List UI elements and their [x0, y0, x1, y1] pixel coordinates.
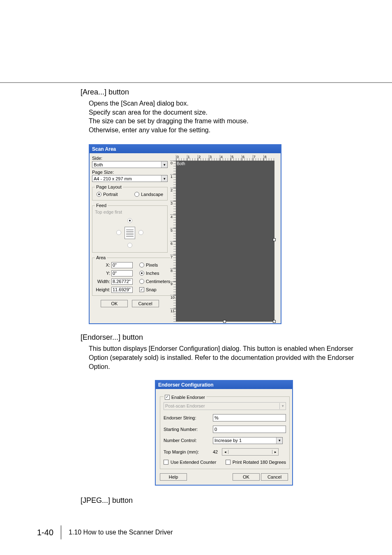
feed-group: Feed Top edge first	[92, 203, 168, 253]
header-rule	[0, 82, 392, 83]
area-body-line: Opens the [Scan Area] dialog box.	[89, 99, 367, 108]
print-rotated-label: Print Rotated 180 Degrees	[233, 460, 286, 465]
ruler-tick: 9	[171, 282, 173, 286]
top-margin-value: 42	[213, 449, 218, 454]
endorser-body-line: This button displays [Endorser Configura…	[89, 344, 367, 371]
feed-radio-left[interactable]	[116, 230, 121, 235]
number-control-select[interactable]: Increase by 1 ▾	[213, 437, 283, 444]
height-input[interactable]: 11.6929"	[111, 287, 133, 293]
width-label: Width:	[95, 279, 111, 284]
ruler-tick: 5	[171, 228, 173, 233]
radio-label: Centimeters	[146, 279, 170, 284]
scan-area-titlebar[interactable]: Scan Area	[90, 145, 281, 153]
feed-legend: Feed	[95, 203, 108, 208]
area-legend: Area	[95, 255, 107, 260]
scan-area-dialog: Scan Area Side: Both ▾ Page Size: A4 - 2…	[89, 144, 281, 324]
radio-icon	[134, 192, 139, 197]
radio-icon	[139, 263, 144, 267]
cancel-button[interactable]: Cancel	[132, 300, 159, 307]
page-footer: 1-40 1.10 How to use the Scanner Driver	[37, 525, 173, 539]
width-input[interactable]: 8.26772"	[111, 279, 133, 285]
dropdown-arrow-icon: ▾	[161, 175, 167, 182]
radio-icon	[97, 192, 101, 197]
slider-left-icon[interactable]: ◂	[222, 450, 228, 454]
cancel-button[interactable]: Cancel	[261, 473, 288, 481]
radio-icon	[139, 279, 144, 284]
ruler-tick: 2	[171, 188, 173, 192]
page-layout-legend: Page Layout	[95, 184, 123, 189]
area-body-line: Specify scan area for the document size.	[89, 108, 367, 117]
radio-label: Inches	[146, 271, 159, 276]
enable-endorser-label: Enable Endorser	[171, 395, 205, 400]
page-number: 1-40	[37, 528, 53, 537]
endorser-button-heading: [Endorser...] button	[81, 333, 367, 342]
resize-handle-corner[interactable]	[273, 320, 276, 323]
feed-radio-right[interactable]	[138, 230, 143, 235]
use-extended-counter-checkbox[interactable]	[164, 460, 168, 465]
area-button-body: Opens the [Scan Area] dialog box. Specif…	[89, 99, 367, 134]
number-control-value: Increase by 1	[214, 438, 242, 443]
jpeg-button-heading: [JPEG...] button	[81, 496, 367, 505]
scan-preview[interactable]: 0 1 2 3 4 5 6 7 8 0	[170, 155, 274, 322]
side-select-value: Both	[94, 162, 103, 167]
radio-label: Portrait	[103, 192, 118, 197]
radio-centimeters[interactable]: Centimeters	[139, 279, 171, 284]
feed-radio-top[interactable]	[127, 218, 132, 223]
resize-handle-right[interactable]	[273, 238, 276, 241]
preview-canvas[interactable]: Both	[176, 161, 274, 322]
y-input[interactable]: 0"	[111, 270, 133, 276]
footer-section-text: 1.10 How to use the Scanner Driver	[69, 529, 173, 536]
help-button[interactable]: Help	[160, 473, 187, 481]
feed-radio-bottom[interactable]	[127, 243, 132, 248]
checkbox-label: Snap	[146, 287, 157, 292]
ruler-tick: 0	[171, 161, 173, 165]
ruler-tick: 3	[171, 201, 173, 205]
ruler-tick: 8	[171, 269, 173, 273]
resize-handle-bottom[interactable]	[223, 320, 226, 323]
height-label: Height:	[95, 287, 111, 292]
area-body-line: Otherwise, enter any value for the setti…	[89, 126, 367, 135]
endorser-mode-select[interactable]: Post-scan Endorser ▾	[164, 402, 286, 410]
slider-right-icon[interactable]: ▸	[272, 450, 278, 454]
ruler-tick: 1	[171, 175, 173, 179]
starting-number-input[interactable]: 0	[213, 426, 286, 433]
radio-label: Pixels	[146, 263, 158, 267]
page-layout-group: Page Layout Portrait Landscape	[92, 184, 168, 200]
top-margin-slider[interactable]: ◂ ▸	[222, 448, 279, 456]
radio-inches[interactable]: Inches	[139, 271, 171, 276]
area-group: Area X: 0" Pixels Y: 0"	[92, 255, 173, 296]
x-input[interactable]: 0"	[111, 262, 133, 268]
endorser-button-body: This button displays [Endorser Configura…	[89, 344, 367, 371]
ruler-vertical: 0 1 2 3 4 5 6 7 8 9 10 1	[170, 161, 176, 322]
starting-number-label: Starting Number:	[164, 427, 213, 432]
enable-endorser-checkbox[interactable]	[165, 395, 170, 400]
print-rotated-checkbox[interactable]	[226, 460, 231, 465]
footer-divider	[61, 525, 61, 539]
dropdown-arrow-icon: ▾	[161, 161, 167, 168]
dropdown-arrow-icon: ▾	[279, 403, 286, 409]
endorser-string-input[interactable]: %	[213, 414, 286, 421]
use-extended-counter-label: Use Extended Counter	[171, 460, 216, 465]
top-margin-label: Top Margin (mm):	[164, 449, 213, 454]
page-size-value: A4 - 210 x 297 mm	[94, 176, 132, 181]
feed-subtitle: Top edge first	[95, 210, 165, 214]
ok-button[interactable]: OK	[101, 300, 128, 307]
page-size-select[interactable]: A4 - 210 x 297 mm ▾	[92, 175, 168, 182]
endorser-titlebar[interactable]: Endorser Configuration	[156, 381, 292, 389]
snap-checkbox[interactable]: Snap	[139, 287, 171, 292]
page-size-label: Page Size:	[92, 170, 168, 175]
endorser-string-label: Endorser String:	[164, 415, 213, 420]
ok-button[interactable]: OK	[233, 473, 260, 481]
radio-portrait[interactable]: Portrait	[97, 192, 118, 197]
ruler-horizontal: 0 1 2 3 4 5 6 7 8	[176, 155, 274, 161]
radio-icon	[139, 271, 144, 276]
radio-landscape[interactable]: Landscape	[134, 192, 163, 197]
dropdown-arrow-icon: ▾	[276, 438, 282, 444]
checkbox-icon	[139, 287, 144, 292]
area-button-heading: [Area...] button	[81, 88, 367, 97]
radio-pixels[interactable]: Pixels	[139, 263, 171, 267]
side-select[interactable]: Both ▾	[92, 161, 168, 168]
area-body-line: The size can be set by dragging the fram…	[89, 117, 367, 126]
ruler-tick: 6	[171, 242, 173, 246]
x-label: X:	[95, 263, 111, 267]
